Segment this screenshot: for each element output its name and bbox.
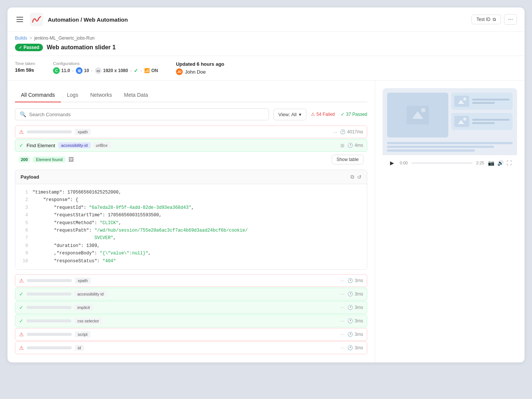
refresh-payload-button[interactable]: ↺	[357, 174, 362, 180]
result-row: 200 Element found 🖼 Show table	[15, 152, 367, 167]
meta-updated-value: Updated 6 hours ago	[176, 61, 224, 67]
test-id-label: Test ID	[476, 17, 490, 22]
code-line-3: 3 "requestId": "6a7eda28-9f5f-4add-82de-…	[21, 204, 362, 211]
status-label: Passed	[24, 45, 39, 50]
url-tag: urlBox	[93, 142, 111, 148]
svg-point-7	[463, 118, 466, 121]
main-card: Automation / Web Automation Test ID ⧉ ··…	[7, 7, 525, 362]
command-row-failed[interactable]: ⚠ xpath ··· 🕐 4017ms	[15, 126, 367, 138]
svg-marker-4	[458, 100, 464, 104]
dots-icon[interactable]: ···	[340, 304, 344, 310]
meta-row: Time taken 16m 59s Configurations C 11.0…	[7, 56, 525, 81]
screenshot-icon[interactable]: 🖼	[68, 157, 74, 163]
config-version: C 11.0	[53, 67, 70, 74]
meta-updated: Updated 6 hours ago JD John Doe	[176, 61, 224, 75]
play-button[interactable]: ▶	[388, 159, 396, 167]
check-circle-icon: ✓	[134, 68, 138, 74]
clock-icon: 🕐	[347, 291, 353, 297]
fail-icon: ⚠	[19, 278, 24, 284]
pass-icon: ✓	[19, 142, 24, 148]
meta-time-value: 16m 59s	[15, 67, 35, 73]
cmd-row-4[interactable]: ✓ css selector ··· 🕐 3ms	[15, 315, 367, 327]
search-box[interactable]: 🔍	[15, 108, 269, 120]
tab-meta-data[interactable]: Meta Data	[118, 88, 154, 102]
breadcrumb-path: jenkins-ML_Generic_jobs-Run	[34, 35, 95, 41]
cmd-tag: xpath	[75, 278, 91, 284]
clock-icon: 🕐	[340, 129, 346, 134]
dots-icon[interactable]: ···	[340, 345, 344, 350]
cmd-time: 🕐 3ms	[347, 305, 363, 310]
thumb-sm-2	[454, 116, 469, 127]
cmd-row-2[interactable]: ✓ accessibility id ··· 🕐 3ms	[15, 288, 367, 300]
test-id-button[interactable]: Test ID ⧉	[471, 15, 501, 24]
config-status: ✓	[134, 68, 138, 74]
tab-logs[interactable]: Logs	[61, 88, 84, 102]
failed-count: 54 Failed	[316, 112, 335, 117]
view-filter-button[interactable]: View: All ▾	[273, 109, 306, 120]
search-input[interactable]	[29, 112, 264, 117]
fullscreen-button[interactable]: ⛶	[507, 160, 512, 166]
breadcrumb-root[interactable]: Builds	[15, 35, 27, 41]
copy-icon: ⧉	[493, 17, 496, 22]
cmd-row-1[interactable]: ⚠ xpath ··· 🕐 3ms	[15, 274, 367, 287]
payload-code: 1 "timestamp": 1705665601625252000, 2 "r…	[15, 184, 367, 269]
cmd-row-5[interactable]: ⚠ script ··· 🕐 3ms	[15, 328, 367, 341]
tab-all-commands[interactable]: All Commands	[15, 88, 61, 102]
accessibility-tag: accessibility-id	[58, 142, 91, 148]
code-line-1: 1 "timestamp": 1705665601625252000,	[21, 189, 362, 196]
code-line-4: 4 "requestStartTime": 170566560031559350…	[21, 211, 362, 219]
fail-icon: ⚠	[19, 345, 24, 351]
payload-actions: ⧉ ↺	[350, 174, 362, 180]
menu-icon[interactable]	[15, 14, 25, 25]
cmd-row-6[interactable]: ⚠ id ··· 🕐 3ms	[15, 341, 367, 354]
cmd-bar	[27, 319, 71, 322]
content-area: All Commands Logs Networks Meta Data 🔍 V…	[7, 81, 525, 362]
warning-icon: ⚠	[311, 112, 315, 117]
meta-config-value: C 11.0 · ⊞ 10 · ▭ 1920 x 1080 · ✓ ·	[53, 67, 158, 74]
svg-marker-6	[458, 120, 464, 124]
payload-card: Payload ⧉ ↺ 1 "timestamp": 1705665601625…	[15, 170, 367, 270]
status-badge: Passed	[15, 44, 43, 51]
thumb-lines-1	[472, 99, 510, 104]
more-options-icon[interactable]: ···	[333, 129, 337, 135]
dots-icon[interactable]: ···	[340, 331, 344, 337]
bottom-rows: ⚠ xpath ··· 🕐 3ms ✓ accessibility id ···	[15, 274, 367, 354]
search-filter-row: 🔍 View: All ▾ ⚠ 54 Failed ✓ 37 Passed	[15, 108, 367, 120]
payload-title: Payload	[21, 174, 39, 180]
screenshot-ctrl-button[interactable]: 📷	[488, 160, 494, 166]
thumb-lines-2	[472, 119, 510, 124]
line-1	[472, 99, 510, 100]
browser-icon: C	[53, 67, 60, 74]
meta-config: Configurations C 11.0 · ⊞ 10 · ▭ 1920 x …	[53, 61, 158, 74]
dots-icon[interactable]: ···	[340, 318, 344, 324]
code-line-8: 8 "duration": 1309,	[21, 242, 362, 250]
avatar: JD	[176, 68, 183, 75]
cmd-bar	[27, 293, 71, 296]
tab-networks[interactable]: Networks	[84, 88, 118, 102]
line-2	[472, 122, 495, 124]
meta-time: Time taken 16m 59s	[15, 61, 35, 73]
cmd-bar	[27, 306, 71, 309]
progress-bar[interactable]	[411, 163, 472, 164]
clock-icon: 🕐	[347, 318, 353, 324]
cmd-row-3[interactable]: ✓ implicit ··· 🕐 3ms	[15, 301, 367, 314]
config-on: 📶 ON	[144, 68, 158, 73]
dots-icon[interactable]: ···	[340, 278, 344, 283]
cmd-time: 🕐 3ms	[347, 278, 363, 283]
dots-icon[interactable]: ···	[340, 291, 344, 297]
find-elem-more-icon[interactable]: ⊞	[340, 143, 344, 148]
svg-point-3	[421, 108, 426, 112]
video-text-lines	[383, 142, 517, 155]
show-table-button[interactable]: Show table	[332, 155, 364, 164]
video-panel: ▶ 0:00 2:25 📷 🔊 ⛶	[375, 81, 525, 362]
payload-header: Payload ⧉ ↺	[15, 170, 367, 184]
volume-button[interactable]: 🔊	[497, 160, 504, 166]
copy-payload-button[interactable]: ⧉	[350, 174, 354, 180]
cmd-time: 🕐 3ms	[347, 291, 363, 297]
video-container: ▶ 0:00 2:25 📷 🔊 ⛶	[383, 88, 517, 171]
more-options-button[interactable]: ···	[504, 14, 517, 25]
clock-icon: 🕐	[347, 278, 353, 283]
line-1	[472, 119, 510, 121]
find-element-row[interactable]: ✓ Find Element accessibility-id urlBox ⊞…	[15, 139, 367, 152]
commands-panel: All Commands Logs Networks Meta Data 🔍 V…	[7, 81, 375, 362]
